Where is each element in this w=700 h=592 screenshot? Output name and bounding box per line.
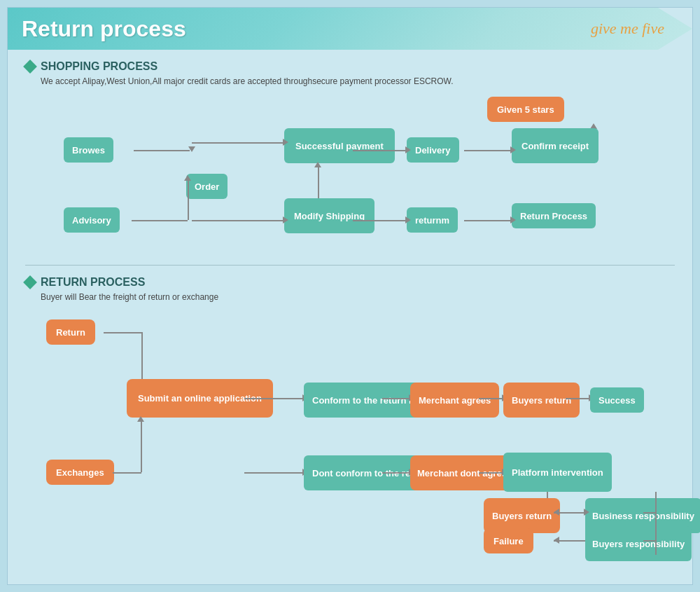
merchant-to-buyers-line [479,398,503,399]
to-payment-arrow [283,139,288,146]
to-modify-line [192,220,284,221]
returnm-to-rp-line [464,220,512,221]
return-button-box: Return [46,319,95,345]
advisory-box: Advisory [64,207,120,233]
biz-to-buyers2-arrow [554,509,559,516]
exchanges-up-arrow [137,416,144,422]
modify-to-payment-line [318,165,319,198]
shopping-title: SHOPPING PROCESS [41,60,158,73]
platform-intervention-label: Platform intervention [503,453,612,492]
delivery-to-confirm-arrow [510,146,516,153]
buyers-resp-to-failure-arrow [554,537,559,544]
given-5-stars-label: Given 5 stars [487,97,564,122]
buyers-return-label1: Buyers return [503,383,580,418]
success-label: Success [590,387,644,413]
browes-label: Browes [64,137,113,163]
returnm-to-rp-arrow [510,216,516,223]
payment-to-delivery-line [353,150,407,151]
shopping-flow-diagram: Given 5 stars Browes Successful payment [25,97,675,251]
modify-to-returnm-line [353,220,407,221]
order-label: Order [186,174,227,199]
diamond-icon-shopping [23,60,37,74]
browes-box: Browes [64,137,113,163]
content-area: SHOPPING PROCESS We accept Alipay,West U… [8,50,692,568]
diamond-icon-return [23,275,37,289]
exchanges-up-line [141,419,142,472]
delivery-box: Delivery [407,137,459,163]
submit-to-dont-line [244,472,304,474]
header-title: Return process [22,16,186,42]
order-box: Order [186,174,227,199]
header-banner: Return process give me five [8,8,692,50]
modify-to-returnm-arrow [405,216,411,223]
merchant-agrees-box: Merchant agrees [410,383,499,418]
merchant-dont-to-platform-line [479,472,503,474]
advisory-up-arrow [184,175,191,181]
exchanges-label: Exchanges [46,460,114,485]
advisory-label: Advisory [64,207,120,233]
delivery-to-confirm-line [464,150,512,151]
modify-shipping-label: Modify Shipping [284,198,374,233]
platform-bracket-line [655,492,657,555]
return-process-label: Return Process [512,203,596,228]
submit-to-conform-line [244,398,304,399]
browes-arrow-down [188,146,195,152]
successful-payment-label: Successful payment [284,128,395,163]
buyers-to-success-line [566,398,590,399]
return-process-box: Return Process [512,203,596,228]
return-right-line [104,332,142,333]
advisory-up-line [188,178,189,220]
confirm-receipt-box: Confirm receipt [512,128,598,163]
payment-to-delivery-arrow [405,146,411,153]
returnm-box: returnm [407,207,458,233]
return-down-line [141,332,143,383]
section-divider [25,265,675,266]
browes-to-line [134,150,190,151]
modify-shipping-box: Modify Shipping [284,198,374,233]
return-flow-diagram: Return Submit an online application Conf… [25,312,675,544]
return-subtitle: Buyer will Bear the freight of return or… [25,292,675,302]
returnm-label: returnm [407,207,458,233]
advisory-right-line [132,220,188,221]
platform-to-biz-right-line [643,512,655,514]
exchanges-box: Exchanges [46,460,114,485]
delivery-label: Delivery [407,137,459,163]
buyers-return-box1: Buyers return [503,383,580,418]
failure-box: Failure [484,528,533,553]
modify-to-payment-arrow [314,162,321,167]
buyers-responsibility-box: Buyers responsibility [585,526,692,561]
merchant-agrees-label: Merchant agrees [410,383,499,418]
platform-to-buyers-right-line [643,540,655,542]
exchanges-right-line [113,472,141,474]
given-5-stars-box: Given 5 stars [487,97,564,122]
conform-to-merchant-line [382,398,410,399]
dont-to-merchant-dont-line [382,472,410,474]
return-title: RETURN PROCESS [41,276,145,289]
header-logo: give me five [591,20,664,38]
to-modify-arrow [283,216,288,223]
to-payment-line [192,142,284,144]
confirm-receipt-label: Confirm receipt [512,128,598,163]
buyers-responsibility-label: Buyers responsibility [585,526,692,561]
shopping-section-header: SHOPPING PROCESS [25,60,675,73]
return-section-header: RETURN PROCESS [25,276,675,289]
main-container: Return process give me five SHOPPING PRO… [7,7,693,585]
successful-payment-box: Successful payment [284,128,395,163]
shopping-subtitle: We accept Alipay,West Union,All major cr… [25,76,675,86]
failure-label: Failure [484,528,533,553]
platform-intervention-box: Platform intervention [503,453,612,492]
return-btn-label: Return [46,319,95,345]
success-box: Success [590,387,644,413]
